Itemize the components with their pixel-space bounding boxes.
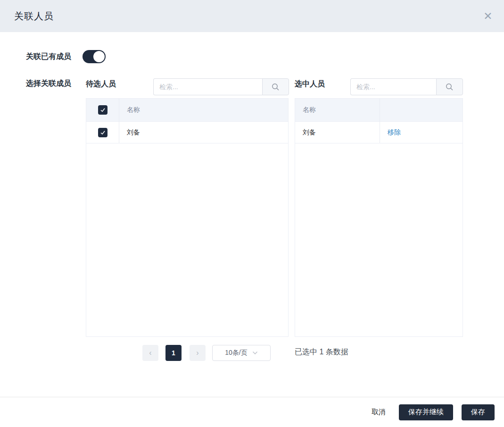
prev-page-button[interactable]: ‹ — [142, 345, 158, 361]
candidates-table-header: 名称 — [86, 99, 288, 122]
candidates-panel-title: 待选人员 — [86, 79, 116, 89]
page-size-select[interactable]: 10条/页 — [212, 345, 271, 361]
close-icon[interactable]: ✕ — [482, 10, 494, 22]
chevron-left-icon: ‹ — [149, 349, 151, 357]
dialog-header: 关联人员 ✕ — [0, 0, 504, 32]
check-icon — [100, 130, 106, 135]
candidates-table: 名称 刘备 — [86, 98, 289, 337]
cancel-button[interactable]: 取消 — [367, 404, 390, 420]
chevron-right-icon: › — [196, 349, 198, 357]
selected-panel-title: 选中人员 — [295, 79, 325, 89]
pagination: ‹ 1 › 10条/页 — [142, 345, 271, 361]
action-column-header — [380, 99, 463, 122]
selected-table: 名称 刘备 移除 — [295, 98, 463, 337]
save-button[interactable]: 保存 — [462, 404, 495, 420]
current-page[interactable]: 1 — [165, 345, 182, 361]
select-all-checkbox[interactable] — [98, 105, 107, 115]
search-icon — [446, 83, 454, 91]
table-row: 刘备 — [86, 122, 288, 143]
selected-table-header: 名称 — [295, 99, 463, 122]
select-associated-members-label: 选择关联成员 — [26, 79, 71, 89]
candidates-search — [153, 78, 289, 95]
search-button[interactable] — [262, 78, 289, 95]
table-row: 刘备 移除 — [295, 122, 463, 143]
name-column-header: 名称 — [119, 99, 288, 122]
toggle-knob — [93, 51, 105, 62]
selected-count-text: 已选中 1 条数据 — [295, 347, 348, 357]
page-title: 关联人员 — [14, 10, 54, 23]
save-and-continue-button[interactable]: 保存并继续 — [399, 404, 453, 420]
search-icon — [272, 83, 280, 91]
associate-existing-members-toggle[interactable] — [83, 50, 106, 63]
selected-search — [350, 78, 463, 95]
associate-existing-members-label: 关联已有成员 — [26, 52, 71, 62]
name-column-header: 名称 — [295, 99, 380, 122]
remove-link[interactable]: 移除 — [388, 128, 401, 137]
row-checkbox[interactable] — [98, 128, 107, 137]
candidates-search-input[interactable] — [153, 78, 262, 95]
selected-search-input[interactable] — [350, 78, 436, 95]
page-size-value: 10条/页 — [225, 349, 247, 357]
check-icon — [100, 107, 106, 113]
dialog-footer: 取消 保存并继续 保存 — [0, 397, 504, 427]
selected-name: 刘备 — [295, 122, 380, 143]
search-button[interactable] — [436, 78, 463, 95]
next-page-button[interactable]: › — [190, 345, 206, 361]
candidate-name: 刘备 — [119, 122, 288, 143]
associate-personnel-dialog: 关联人员 ✕ 关联已有成员 选择关联成员 待选人员 名称 — [0, 0, 504, 427]
chevron-down-icon — [252, 351, 258, 355]
